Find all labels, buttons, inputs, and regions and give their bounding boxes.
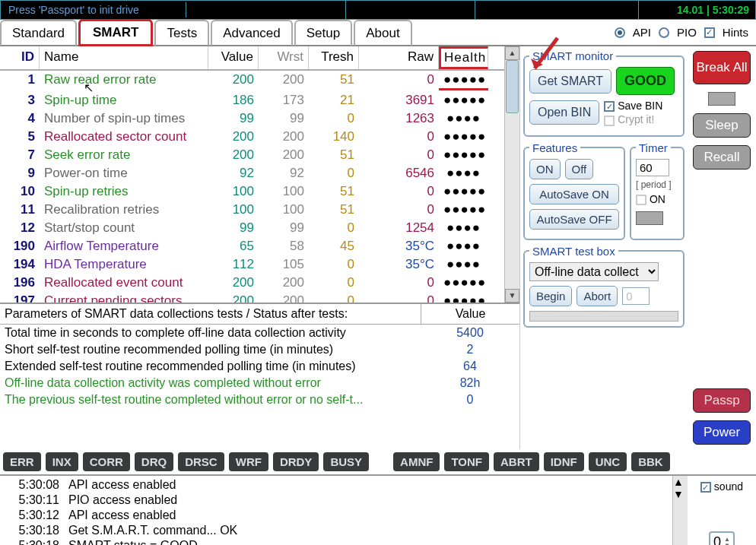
grid-scrollbar[interactable]: ▲ ▼ [504,46,519,303]
checkbox-save-bin[interactable]: ✓ [604,101,615,112]
tab-about[interactable]: About [354,20,411,46]
col-tresh[interactable]: Tresh [309,46,359,69]
table-row[interactable]: 194HDA Temperature112105035°C●●●● [0,255,504,274]
tab-standard[interactable]: Standard [0,20,77,46]
status-tag-drdy[interactable]: DRDY [273,452,319,471]
cell-health: ●●●● [439,238,488,255]
cell-tresh: 51 [309,183,359,200]
cell-health: ●●●● [439,110,488,127]
indicator-1 [708,92,735,106]
table-row[interactable]: 4Number of spin-up times999901263●●●● [0,109,504,128]
scroll-thumb[interactable] [506,60,519,113]
checkbox-timer-on[interactable] [636,195,646,205]
get-smart-button[interactable]: Get SMART [529,69,611,93]
cell-wrst: 200 [259,274,309,291]
status-tag-inx[interactable]: INX [46,452,78,471]
cell-tresh: 51 [309,201,359,218]
cell-value: 200 [208,293,259,303]
log-scrollbar[interactable]: ▲ ▼ [672,476,688,545]
table-row[interactable]: 7Seek error rate200200510●●●●● [0,146,504,164]
status-tag-err[interactable]: ERR [3,452,41,471]
col-id[interactable]: ID [0,46,40,69]
radio-api[interactable] [615,27,625,38]
sleep-button[interactable]: Sleep [693,113,751,138]
tab-smart[interactable]: SMART [78,19,153,46]
cell-raw: 0 [359,147,439,163]
smart-monitor-legend: SMART monitor [529,49,616,62]
status-tag-wrf[interactable]: WRF [229,452,268,471]
table-row[interactable]: 9Power-on time929206546●●●● [0,164,504,182]
checkbox-hints[interactable]: ✓ [704,27,715,38]
table-row[interactable]: 5Reallocated sector count2002001400●●●●● [0,128,504,146]
tab-tests[interactable]: Tests [154,20,209,46]
power-button[interactable]: Power [693,420,751,445]
testbox-combo[interactable]: Off-line data collect [529,262,659,281]
break-all-button[interactable]: Break All [693,51,751,84]
checkbox-sound[interactable]: ✓ [700,482,711,493]
status-tag-tonf[interactable]: TONF [444,452,489,471]
status-tag-drsc[interactable]: DRSC [178,452,224,471]
title-text: Press 'Passport' to init drive [4,2,186,17]
scroll-down-icon[interactable]: ▼ [505,289,519,303]
features-off-button[interactable]: Off [565,159,594,179]
open-bin-button[interactable]: Open BIN [529,100,599,125]
param-value: 2 [421,341,519,358]
features-on-button[interactable]: ON [529,159,561,179]
status-tag-unc[interactable]: UNC [589,452,627,471]
cell-name: HDA Temperature [40,256,208,273]
cell-name: Raw read error rate [40,71,208,90]
cell-id: 7 [0,147,40,163]
table-row[interactable]: 10Spin-up retries100100510●●●●● [0,182,504,201]
cell-id: 194 [0,256,40,273]
status-tag-bbk[interactable]: BBK [631,452,670,471]
table-row[interactable]: 190Airflow Temperature65584535°C●●●● [0,237,504,255]
table-row[interactable]: 1Raw read error rate200200510●●●●● [0,71,504,91]
cell-wrst: 105 [259,256,309,273]
abort-button[interactable]: Abort [577,286,618,306]
table-row[interactable]: 3Spin-up time186173213691●●●●● [0,91,504,109]
cell-raw: 0 [359,274,439,291]
stepper-down-icon[interactable]: ▼ [724,543,730,546]
param-text: Off-line data collection activity was co… [0,375,421,391]
cell-raw: 0 [359,183,439,200]
col-health[interactable]: Health [439,46,488,69]
param-value: 0 [421,391,519,408]
status-tag-abrt[interactable]: ABRT [494,452,539,471]
status-tag-amnf[interactable]: AMNF [393,452,440,471]
col-value[interactable]: Value [208,46,259,69]
table-row[interactable]: 196Reallocated event count20020000●●●●● [0,274,504,292]
param-text: Short self-test routine recommended poll… [0,341,421,358]
cell-name: Seek error rate [40,147,208,163]
status-tag-corr[interactable]: CORR [83,452,130,471]
col-wrst[interactable]: Wrst [259,46,309,69]
cell-name: Spin-up time [40,92,208,109]
cell-name: Current pending sectors [40,293,208,303]
tab-setup[interactable]: Setup [294,20,352,46]
autosave-off-button[interactable]: AutoSave OFF [529,209,619,230]
radio-pio[interactable] [659,27,669,38]
timer-input[interactable] [636,159,669,176]
cell-id: 11 [0,201,40,218]
table-row[interactable]: 11Recalibration retries100100510●●●●● [0,201,504,219]
scroll-up-icon[interactable]: ▲ [505,46,519,60]
features-legend: Features [529,141,580,154]
begin-button[interactable]: Begin [529,286,572,306]
log-message: Get S.M.A.R.T. command... OK [68,524,237,537]
table-row[interactable]: 12Start/stop count999901254●●●● [0,219,504,237]
status-tag-idnf[interactable]: IDNF [544,452,584,471]
tab-advanced[interactable]: Advanced [211,20,293,46]
status-tag-busy[interactable]: BUSY [323,452,369,471]
recall-button[interactable]: Recall [693,145,751,170]
status-tag-drq[interactable]: DRQ [135,452,173,471]
passp-button[interactable]: Passp [693,388,751,413]
testbox-num-input[interactable] [622,287,650,305]
scroll-down-icon[interactable]: ▼ [673,488,688,500]
col-raw[interactable]: Raw [359,46,439,69]
autosave-on-button[interactable]: AutoSave ON [529,184,619,204]
scroll-up-icon[interactable]: ▲ [673,476,688,488]
cell-id: 10 [0,183,40,200]
counter-stepper[interactable]: 0 ▲▼ [709,531,735,545]
table-row[interactable]: 197Current pending sectors20020000●●●●● [0,292,504,303]
cell-wrst: 100 [259,201,309,218]
col-name[interactable]: Name [40,46,208,69]
